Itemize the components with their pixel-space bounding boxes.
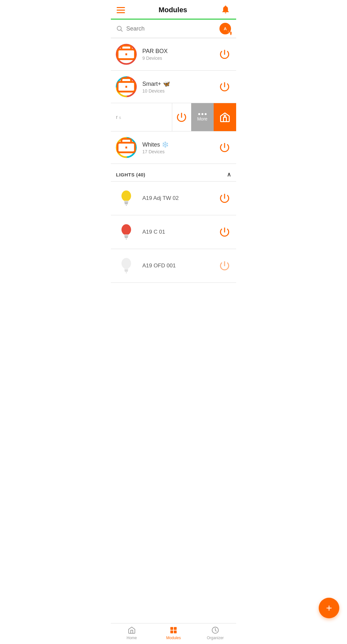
light-name-a19-c-01: A19 C 01 bbox=[138, 229, 217, 235]
module-ring-smart-plus bbox=[115, 75, 138, 98]
app-header: Modules bbox=[111, 0, 236, 19]
chevron-up-icon[interactable]: ∧ bbox=[227, 171, 231, 178]
svg-rect-22 bbox=[125, 203, 128, 204]
power-button-whites[interactable] bbox=[217, 140, 232, 155]
svg-point-26 bbox=[121, 224, 131, 235]
power-button-smart-plus[interactable] bbox=[217, 79, 232, 94]
module-row-swiped: r s More bbox=[111, 103, 236, 131]
swipe-actions: More bbox=[172, 103, 236, 131]
module-info-whites: Whites ❄️ 17 Devices bbox=[138, 141, 217, 154]
lights-section-header[interactable]: LIGHTS (40) ∧ bbox=[111, 168, 236, 181]
module-row[interactable]: PAR BOX 9 Devices bbox=[111, 38, 236, 71]
module-name-whites: Whites ❄️ bbox=[142, 141, 217, 148]
light-icon-white bbox=[115, 254, 138, 277]
hamburger-menu-button[interactable] bbox=[117, 7, 125, 13]
light-name: A19 Adj TW 02 bbox=[138, 195, 217, 201]
light-row-a19-ofd-001[interactable]: A19 OFD 001 bbox=[111, 249, 236, 283]
svg-rect-29 bbox=[125, 237, 128, 238]
light-icon-red bbox=[115, 220, 138, 244]
svg-line-1 bbox=[121, 30, 122, 31]
swiped-devices: s bbox=[118, 115, 121, 120]
lights-section: LIGHTS (40) ∧ A19 Adj TW 02 bbox=[111, 168, 236, 283]
module-info-par-box: PAR BOX 9 Devices bbox=[138, 48, 217, 61]
power-button-a19-adj-tw-02[interactable] bbox=[217, 191, 232, 206]
swiped-main: r s bbox=[111, 103, 172, 131]
module-devices-smart-plus: 10 Devices bbox=[142, 88, 217, 94]
swipe-add-home-button[interactable] bbox=[214, 103, 236, 131]
search-icon bbox=[116, 25, 123, 32]
svg-point-0 bbox=[117, 26, 121, 31]
svg-point-33 bbox=[121, 258, 131, 269]
page-title: Modules bbox=[158, 6, 187, 14]
svg-point-19 bbox=[121, 191, 131, 201]
lights-section-label: LIGHTS (40) bbox=[116, 172, 145, 177]
module-icon-par-box bbox=[115, 42, 138, 67]
sort-badge[interactable]: A ↓ bbox=[219, 23, 231, 34]
light-row-a19-c-01[interactable]: A19 C 01 bbox=[111, 215, 236, 249]
module-devices: 9 Devices bbox=[142, 56, 217, 61]
more-label: More bbox=[197, 116, 208, 121]
module-list: PAR BOX 9 Devices bbox=[111, 38, 236, 164]
module-ring-whites bbox=[115, 136, 138, 159]
module-info-smart-plus: Smart+ 🦋 10 Devices bbox=[138, 80, 217, 94]
module-name: PAR BOX bbox=[142, 48, 217, 55]
swiped-name: r bbox=[115, 114, 118, 120]
swipe-power-button[interactable] bbox=[172, 103, 191, 131]
light-name-a19-ofd-001: A19 OFD 001 bbox=[138, 263, 217, 269]
light-icon-yellow bbox=[115, 187, 138, 210]
module-name-smart-plus: Smart+ 🦋 bbox=[142, 80, 217, 87]
swipe-more-button[interactable]: More bbox=[191, 103, 214, 131]
module-icon-smart-plus bbox=[115, 74, 138, 99]
module-row-smart-plus[interactable]: Smart+ 🦋 10 Devices bbox=[111, 71, 236, 103]
module-ring-par-box bbox=[115, 43, 138, 66]
module-row-whites[interactable]: Whites ❄️ 17 Devices bbox=[111, 131, 236, 164]
power-button-a19-c-01[interactable] bbox=[217, 224, 232, 240]
search-input[interactable] bbox=[126, 25, 216, 32]
bell-icon[interactable] bbox=[221, 4, 230, 15]
search-bar: A ↓ bbox=[111, 20, 236, 38]
power-button-a19-ofd-001[interactable] bbox=[217, 258, 232, 273]
module-icon-whites bbox=[115, 135, 138, 160]
light-row[interactable]: A19 Adj TW 02 bbox=[111, 182, 236, 215]
light-list: A19 Adj TW 02 A bbox=[111, 181, 236, 283]
svg-rect-36 bbox=[125, 271, 128, 272]
power-button-par-box[interactable] bbox=[217, 47, 232, 62]
module-devices-whites: 17 Devices bbox=[142, 149, 217, 154]
